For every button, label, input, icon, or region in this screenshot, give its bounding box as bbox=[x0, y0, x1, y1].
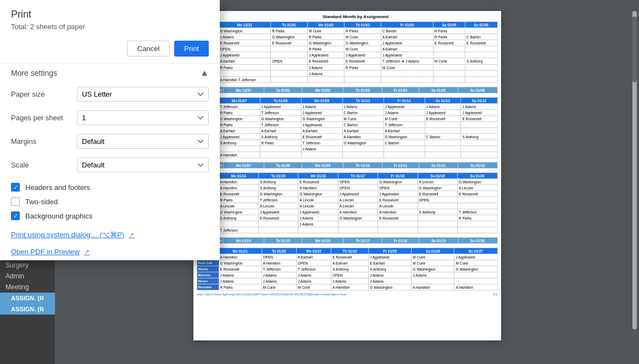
table-row: Post Call J AdamsG WashingtonR ParksM Cu… bbox=[197, 34, 497, 40]
table-row: Surgery S AnthonyR ParksT JeffersonG Was… bbox=[197, 140, 497, 146]
pages-per-sheet-label: Pages per sheet bbox=[11, 114, 71, 122]
preview-table-req-2: ASSIGN. (REQ) Mo 01/07 Tu 01/08 We 01/09… bbox=[197, 162, 498, 169]
assign-btn-5[interactable]: ASSIGN. (R bbox=[0, 304, 55, 315]
more-settings-label: More settings bbox=[11, 69, 57, 77]
background-graphics-checkbox[interactable] bbox=[11, 211, 20, 220]
th-th0103: Th 01/03 bbox=[344, 22, 381, 28]
table-row: Meeting T Jefferson bbox=[197, 227, 497, 233]
open-pdf-link[interactable]: Open PDF in Preview ↗ bbox=[0, 243, 220, 260]
dialog-title: Print bbox=[0, 0, 220, 23]
preview-table-4: ASSIGN. Mo 01/21 Tu 01/22 We 01/23 Th 01… bbox=[197, 248, 498, 290]
two-sided-checkbox[interactable] bbox=[11, 197, 20, 206]
sidebar-item-surgery-3[interactable]: Surgery bbox=[0, 260, 55, 271]
paper-size-select[interactable]: US Letter A4 Legal bbox=[77, 87, 209, 102]
table-row: Mammo R ParksT JeffersonA LincolnA Linco… bbox=[197, 197, 497, 203]
dialog-total: Total: 2 sheets of paper bbox=[0, 23, 220, 36]
th-fr0104: Fr 01/04 bbox=[381, 22, 434, 28]
table-row: Neuro A LincolnA LincolnA LincolnA Linco… bbox=[197, 203, 497, 209]
table-row: Mammo R ParksT JeffersonJ AppleseedC Bar… bbox=[197, 122, 497, 128]
cancel-button[interactable]: Cancel bbox=[127, 41, 170, 57]
preview-table-3: ASSIGN. Mo 01/14 Tu 01/15 We 01/16 Th 01… bbox=[197, 172, 498, 233]
table-row: Admin J Adams bbox=[197, 221, 497, 227]
preview-table-1: ASSIGN. Mo 12/31 Tu 01/01 We 01/02 Th 01… bbox=[197, 21, 498, 83]
th-we0102: We 01/02 bbox=[308, 22, 344, 28]
margins-select[interactable]: Default None Minimum Custom bbox=[77, 134, 209, 149]
table-row: Rounder G WashingtonJ AppleseedJ Applese… bbox=[197, 209, 497, 215]
print-dialog: Print Total: 2 sheets of paper Cancel Pr… bbox=[0, 0, 220, 260]
preview-page: 5/22/2019 Standard Month by Assignment A… bbox=[193, 11, 501, 340]
th-sa0105: Sa 01/05 bbox=[433, 22, 465, 28]
table-row: Post Call R ParksT JeffersonJ AppleseedC… bbox=[197, 110, 497, 116]
table-row: Meeting A Hamilton bbox=[197, 152, 497, 158]
table-row: Wards E RooseveltT JeffersonT JeffersonS… bbox=[197, 266, 497, 272]
table-row: Mammo J AdamsJ AdamsJ AdamsOPENJ AdamsJ … bbox=[197, 272, 497, 278]
table-row: Surgery S AnthonyE RooseveltJ AdamsG Was… bbox=[197, 215, 497, 221]
preview-report-title: Standard Month by Assignment bbox=[323, 14, 388, 19]
table-row: Call G WashingtonR ParksM CurieR ParksC … bbox=[197, 28, 497, 34]
table-row: Post Call G WashingtonA HamiltonOPENA Ea… bbox=[197, 260, 497, 266]
scale-label: Scale bbox=[11, 161, 71, 169]
background-graphics-label: Background graphics bbox=[25, 212, 92, 220]
print-button[interactable]: Print bbox=[174, 41, 209, 57]
footer-url: https://ahc3.lblue.lightning.bolt.com/pr… bbox=[197, 293, 347, 296]
two-sided-option: Two-sided bbox=[11, 194, 209, 209]
table-row: Call A HamiltonOPENA EarhartE RooseveltJ… bbox=[197, 254, 497, 260]
th-su0106: Su 01/06 bbox=[465, 22, 497, 28]
sidebar-section-4: ASSIGN. (R bbox=[0, 293, 55, 304]
table-row: Call A HamiltonS AnthonyE RooseveltOPENG… bbox=[197, 179, 497, 185]
scrollbar-thumb[interactable] bbox=[632, 16, 637, 82]
th-mo1231: Mo 12/31 bbox=[219, 22, 271, 28]
system-dialog-link[interactable]: Print using system dialog… (⌥⌘P) ↗ bbox=[0, 226, 220, 243]
table-row: Mammo OPENR ParksM CurieA Earhart bbox=[197, 46, 497, 52]
chevron-up-icon: ▲ bbox=[200, 68, 209, 78]
scrollbar[interactable] bbox=[632, 11, 637, 329]
headers-footers-option: Headers and footers bbox=[11, 180, 209, 194]
sidebar-item-admin-3[interactable]: Admin bbox=[0, 271, 55, 282]
scale-row: Scale Default Fit to page width Custom bbox=[0, 153, 220, 177]
options-section: Headers and footers Two-sided Background… bbox=[0, 177, 220, 226]
more-settings-header[interactable]: More settings ▲ bbox=[0, 63, 220, 82]
two-sided-label: Two-sided bbox=[25, 198, 58, 206]
table-row: Rounder R ParksM CurieM CurieA HamiltonG… bbox=[197, 284, 497, 290]
external-link-icon: ↗ bbox=[129, 231, 134, 239]
table-row: Admin J Adams bbox=[197, 71, 497, 77]
page-number: 1/2 bbox=[493, 293, 497, 296]
background-graphics-option: Background graphics bbox=[11, 209, 209, 223]
preview-header: 5/22/2019 Standard Month by Assignment bbox=[197, 14, 498, 19]
pages-per-sheet-select[interactable]: 1 2 4 bbox=[77, 110, 209, 125]
margins-row: Margins Default None Minimum Custom bbox=[0, 130, 220, 153]
open-pdf-label: Open PDF in Preview bbox=[11, 248, 80, 256]
sidebar-section-5: ASSIGN. (R bbox=[0, 304, 55, 315]
sidebar-item-meeting-3[interactable]: Meeting bbox=[0, 282, 55, 293]
table-row: Admin J Adams bbox=[197, 146, 497, 152]
table-row: Neuro J AppleseedJ AppleseedJ AppleseedJ… bbox=[197, 52, 497, 58]
paper-size-label: Paper size bbox=[11, 90, 71, 98]
preview-table-2: ASSIGN. Mo 01/07 Tu 01/08 We 01/09 Th 01… bbox=[197, 97, 498, 158]
scale-select[interactable]: Default Fit to page width Custom bbox=[77, 158, 209, 172]
pages-per-sheet-row: Pages per sheet 1 2 4 bbox=[0, 106, 220, 130]
headers-footers-label: Headers and footers bbox=[25, 183, 90, 192]
preview-footer: https://ahc3.lblue.lightning.bolt.com/pr… bbox=[197, 293, 498, 296]
table-row: Rounder A EarhartOPENE RooseveltE Roosev… bbox=[197, 58, 497, 65]
assign-btn-4[interactable]: ASSIGN. (R bbox=[0, 293, 55, 304]
table-row: Wards G WashingtonG WashingtonG Washingt… bbox=[197, 116, 497, 122]
table-row: Wards E RooseveltG WashingtonG Washingto… bbox=[197, 191, 497, 197]
table-row: Meeting A Hamilton T Jefferson bbox=[197, 77, 497, 83]
paper-size-row: Paper size US Letter A4 Legal bbox=[0, 82, 220, 106]
external-link-icon-2: ↗ bbox=[84, 248, 90, 256]
system-dialog-label: Print using system dialog… (⌥⌘P) bbox=[11, 231, 124, 239]
table-row: Rounder J AppleseedS AnthonyE RooseveltA… bbox=[197, 134, 497, 140]
table-row: Surgery R ParksJ AdamsR ParksM Curie bbox=[197, 65, 497, 71]
table-row: Post Call A HamiltonS AnthonyA HamiltonO… bbox=[197, 185, 497, 191]
headers-footers-checkbox[interactable] bbox=[11, 183, 20, 192]
preview-table-req-1: ASSIGN. (REQ) Mo 12/31 Tu 01/01 We 01/02… bbox=[197, 87, 498, 93]
preview-table-req-3: ASSIGN. (REQ) Mo 01/14 Tu 01/15 We 01/16… bbox=[197, 237, 498, 244]
table-row: Neuro A EarhartA EarhartA EarhartA Earha… bbox=[197, 128, 497, 134]
table-row: Wards E RooseveltE RooseveltG Washington… bbox=[197, 40, 497, 46]
margins-label: Margins bbox=[11, 137, 71, 145]
th-tu0101: Tu 01/01 bbox=[271, 22, 308, 28]
col-header-row-1: ASSIGN. Mo 12/31 Tu 01/01 We 01/02 Th 01… bbox=[197, 22, 497, 28]
table-row: Neuro J AdamsJ AdamsJ AdamsJ AdamsJ Adam… bbox=[197, 278, 497, 284]
dialog-buttons: Cancel Print bbox=[0, 36, 220, 63]
table-row: Call T JeffersonJ AppleseedJ AdamsJ Adam… bbox=[197, 104, 497, 110]
